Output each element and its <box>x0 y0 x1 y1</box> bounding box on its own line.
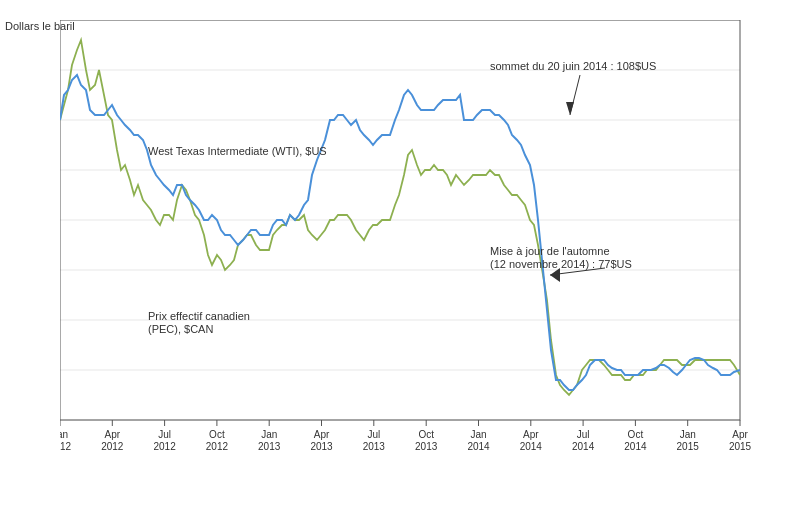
svg-text:Apr: Apr <box>523 429 539 440</box>
svg-text:Jan: Jan <box>680 429 696 440</box>
svg-text:Jul: Jul <box>367 429 380 440</box>
svg-text:2014: 2014 <box>520 441 543 452</box>
svg-text:Jan: Jan <box>261 429 277 440</box>
svg-text:2014: 2014 <box>467 441 490 452</box>
svg-text:2013: 2013 <box>363 441 386 452</box>
svg-text:Apr: Apr <box>314 429 330 440</box>
maj-annotation-line1: Mise à jour de l'automne <box>490 245 610 257</box>
svg-text:2014: 2014 <box>572 441 595 452</box>
svg-text:Oct: Oct <box>418 429 434 440</box>
svg-text:Oct: Oct <box>209 429 225 440</box>
pec-label-line2: (PEC), $CAN <box>148 323 213 335</box>
svg-marker-63 <box>566 102 574 115</box>
sommet-annotation: sommet du 20 juin 2014 : 108$US <box>490 60 656 72</box>
svg-text:2013: 2013 <box>310 441 333 452</box>
pec-line <box>60 40 740 395</box>
svg-text:Oct: Oct <box>628 429 644 440</box>
svg-text:Jul: Jul <box>577 429 590 440</box>
wti-line <box>60 75 740 390</box>
maj-annotation-line2: (12 novembre 2014) : 77$US <box>490 258 632 270</box>
svg-text:Apr: Apr <box>732 429 748 440</box>
svg-text:2012: 2012 <box>101 441 124 452</box>
svg-text:2013: 2013 <box>415 441 438 452</box>
svg-text:2013: 2013 <box>258 441 281 452</box>
svg-text:Jan: Jan <box>60 429 68 440</box>
wti-label: West Texas Intermediate (WTI), $US <box>148 145 327 157</box>
svg-text:Jul: Jul <box>158 429 171 440</box>
svg-text:2015: 2015 <box>677 441 700 452</box>
svg-text:2012: 2012 <box>206 441 229 452</box>
svg-text:2015: 2015 <box>729 441 752 452</box>
svg-text:2012: 2012 <box>60 441 72 452</box>
chart-container: Dollars le baril 120 110 100 90 80 70 60… <box>0 0 800 528</box>
svg-text:2014: 2014 <box>624 441 647 452</box>
pec-label-line1: Prix effectif canadien <box>148 310 250 322</box>
svg-text:Apr: Apr <box>105 429 121 440</box>
svg-text:2012: 2012 <box>153 441 176 452</box>
svg-text:Jan: Jan <box>470 429 486 440</box>
chart-svg: 120 110 100 90 80 70 60 50 40 Jan 2012 A… <box>60 20 780 468</box>
